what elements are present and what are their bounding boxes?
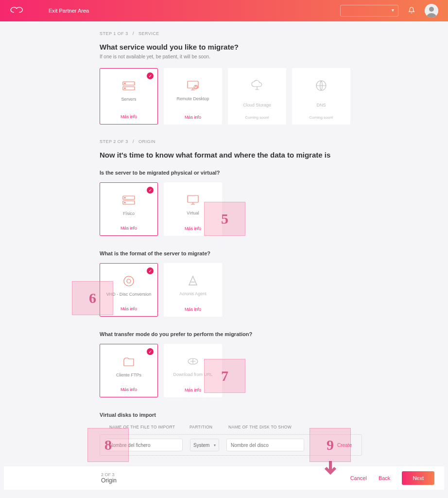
card-fisico[interactable]: Físico Más info xyxy=(100,182,158,236)
vd-table-header: NAME OF THE FILE TO IMPORT PARTITION NAM… xyxy=(100,425,362,429)
more-link[interactable]: Más info xyxy=(185,226,201,231)
card-servers[interactable]: Servers Más info xyxy=(100,68,158,124)
step2-heading: Now it's time to know what format and wh… xyxy=(100,151,362,159)
breadcrumb-step2: STEP 2 OF 3 / ORIGIN xyxy=(100,139,362,144)
card-vhd[interactable]: VHD - Disc Conversion Más info xyxy=(100,263,158,317)
next-button[interactable]: Next xyxy=(402,471,434,485)
remote-desktop-icon xyxy=(186,78,200,93)
q-physical-virtual: Is the server to be migrated physical or… xyxy=(100,170,362,176)
partition-value: System xyxy=(193,443,209,448)
card-title: VHD - Disc Conversion xyxy=(106,292,152,297)
acronis-icon xyxy=(187,273,199,288)
card-title: DNS xyxy=(316,103,326,107)
vd-row: System Create xyxy=(100,434,362,456)
card-title: Download from URL xyxy=(173,372,212,377)
card-title: Acronis Agent xyxy=(179,291,207,296)
svg-point-15 xyxy=(127,279,131,283)
crumb-sep: / xyxy=(133,31,134,36)
vd-heading: Virtual disks to import xyxy=(100,412,362,418)
file-input[interactable] xyxy=(105,439,183,451)
crumb-step: STEP 1 OF 3 xyxy=(100,31,128,36)
content: STEP 1 OF 3 / SERVICE What service would… xyxy=(100,21,362,495)
check-icon xyxy=(147,187,154,194)
cloud-storage-icon xyxy=(250,78,264,93)
dns-icon xyxy=(315,78,327,93)
more-link[interactable]: Más info xyxy=(185,388,201,392)
svg-point-1 xyxy=(429,7,434,12)
wizard-footer: 2 OF 3 Origin Cancel Back Next xyxy=(4,466,444,490)
card-remote-desktop[interactable]: Remote Desktop Más info xyxy=(164,68,222,124)
crumb-page: SERVICE xyxy=(138,31,159,36)
col-file: NAME OF THE FILE TO IMPORT xyxy=(104,425,190,429)
more-link[interactable]: Más info xyxy=(121,387,137,392)
q-transfer-mode: What transfer mode do you prefer to perf… xyxy=(100,331,362,337)
disk-input[interactable] xyxy=(226,439,304,451)
header-dropdown[interactable] xyxy=(340,5,398,17)
card-dns: DNS Coming soon! xyxy=(292,68,350,124)
service-cards: Servers Más info Remote Desktop Más info… xyxy=(100,68,362,124)
crumb-sep: / xyxy=(133,139,134,144)
create-link[interactable]: Create xyxy=(337,443,352,448)
cancel-button[interactable]: Cancel xyxy=(350,475,367,481)
more-link[interactable]: Más info xyxy=(185,115,201,120)
avatar[interactable] xyxy=(425,4,438,18)
footer-actions: Cancel Back Next xyxy=(350,471,434,485)
step1-subtitle: If one is not available yet, be patient,… xyxy=(100,54,362,59)
card-title: Cliente FTPs xyxy=(116,373,141,377)
card-cloud-storage: Cloud Storage Coming soon! xyxy=(228,68,286,124)
footer-left: 2 OF 3 Origin xyxy=(101,472,117,484)
footer-step: 2 OF 3 xyxy=(101,472,117,477)
card-download-url[interactable]: Download from URL Más info xyxy=(164,344,222,397)
page: Exit Partner Area STEP 1 OF 3 / SERVICE … xyxy=(0,0,448,495)
exit-partner-link[interactable]: Exit Partner Area xyxy=(49,8,89,14)
server-type-cards: Físico Más info Virtual Más info xyxy=(100,182,362,236)
more-link[interactable]: Más info xyxy=(121,114,137,119)
check-icon xyxy=(147,72,154,79)
vhd-icon xyxy=(122,273,135,289)
card-title: Remote Desktop xyxy=(176,96,209,101)
header-right xyxy=(340,4,438,18)
more-link[interactable]: Más info xyxy=(121,306,137,311)
footer-title: Origin xyxy=(101,477,117,484)
card-title: Servers xyxy=(121,97,136,102)
more-link[interactable]: Más info xyxy=(121,226,137,231)
physical-server-icon xyxy=(122,193,136,208)
card-virtual[interactable]: Virtual Más info xyxy=(164,182,222,236)
svg-point-7 xyxy=(194,85,198,89)
download-url-icon xyxy=(187,354,199,369)
format-cards: VHD - Disc Conversion Más info Acronis A… xyxy=(100,263,362,317)
breadcrumb-step1: STEP 1 OF 3 / SERVICE xyxy=(100,31,362,36)
card-title: Físico xyxy=(123,211,135,216)
card-title: Cloud Storage xyxy=(243,103,271,107)
back-button[interactable]: Back xyxy=(379,475,390,481)
virtual-server-icon xyxy=(186,192,200,208)
coming-soon: Coming soon! xyxy=(245,115,269,120)
check-icon xyxy=(147,348,154,355)
svg-point-12 xyxy=(124,202,125,203)
card-ftps[interactable]: Cliente FTPs Más info xyxy=(100,344,158,397)
app-header: Exit Partner Area xyxy=(0,0,448,21)
servers-icon xyxy=(122,78,136,94)
svg-point-14 xyxy=(124,276,134,286)
step1-heading: What service would you like to migrate? xyxy=(100,43,362,51)
card-title: Virtual xyxy=(187,211,199,215)
more-link[interactable]: Más info xyxy=(185,307,201,312)
svg-rect-13 xyxy=(188,196,198,202)
check-icon xyxy=(147,267,154,274)
svg-point-5 xyxy=(124,88,125,89)
coming-soon: Coming soon! xyxy=(309,115,333,120)
crumb-page: ORIGIN xyxy=(138,139,155,144)
svg-point-11 xyxy=(124,197,125,198)
ftps-icon xyxy=(122,354,135,370)
col-disk: NAME OF THE DISK TO SHOW xyxy=(228,425,313,429)
crumb-step: STEP 2 OF 3 xyxy=(100,139,128,144)
logo-icon xyxy=(10,4,24,18)
svg-point-4 xyxy=(124,83,125,84)
q-format: What is the format of the server to migr… xyxy=(100,250,362,256)
transfer-cards: Cliente FTPs Más info Download from URL … xyxy=(100,344,362,397)
partition-select[interactable]: System xyxy=(190,439,219,451)
card-acronis[interactable]: Acronis Agent Más info xyxy=(164,263,222,317)
bell-icon[interactable] xyxy=(408,7,415,15)
col-partition: PARTITION xyxy=(190,425,228,429)
